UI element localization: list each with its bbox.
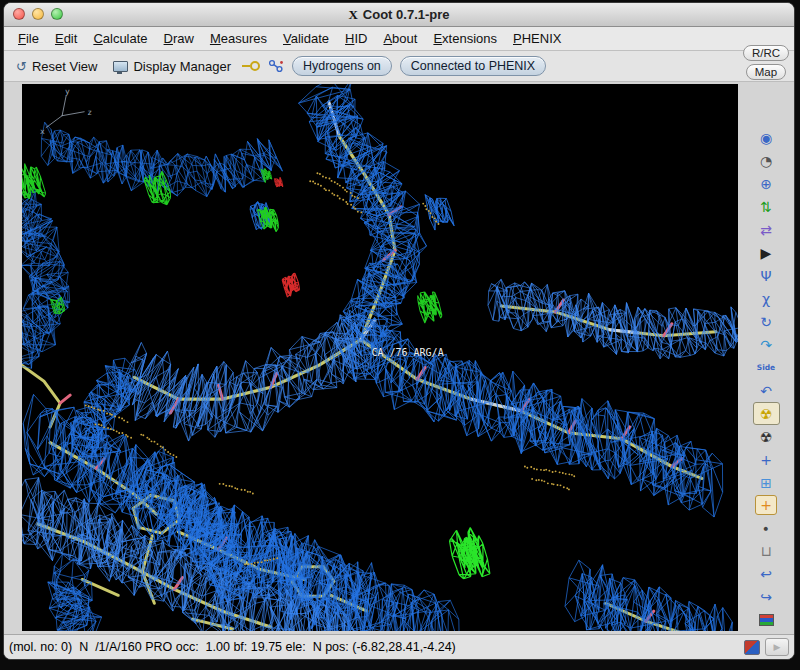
menu-item-measures[interactable]: Measures (202, 29, 275, 48)
play-icon: ▶ (774, 642, 781, 652)
rotamers-icon[interactable]: Ψ (753, 264, 780, 287)
gl-canvas[interactable]: zyx CA /76 ARG/A (22, 84, 738, 631)
menu-item-hid[interactable]: HID (337, 29, 375, 48)
close-button[interactable] (13, 8, 25, 20)
svg-text:x: x (40, 127, 45, 136)
window-controls (13, 8, 63, 20)
map-button[interactable]: Map (746, 64, 786, 80)
undo-icon[interactable]: ↩ (753, 562, 780, 585)
menubar: File Edit Calculate Draw Measures Valida… (4, 27, 794, 51)
hydrogens-toggle-button[interactable]: Hydrogens on (292, 56, 392, 76)
x11-icon: X (348, 8, 357, 21)
run-button[interactable]: ▶ (765, 638, 789, 656)
regularize-zone-icon[interactable]: ◔ (753, 149, 780, 172)
display-manager-button[interactable]: Display Manager (109, 57, 235, 76)
window-title: Coot 0.7.1-pre (363, 7, 450, 22)
reset-view-button[interactable]: ↺ Reset View (12, 57, 101, 76)
side-chain-flip-icon[interactable]: Side (753, 356, 780, 379)
pointer-atom-icon[interactable]: ∙ (753, 516, 780, 539)
add-terminal-residue-icon[interactable]: + (753, 448, 780, 471)
torsion-general-icon[interactable]: ↻ (753, 310, 780, 333)
go-to-atom-icon[interactable] (268, 59, 284, 74)
reset-view-label: Reset View (32, 59, 98, 74)
display-manager-label: Display Manager (133, 59, 231, 74)
titlebar[interactable]: X Coot 0.7.1-pre (4, 3, 794, 27)
menu-item-about[interactable]: About (375, 29, 425, 48)
model-toolbar-column: ◉ ◔ ⊕ ⇅ ⇄ (738, 82, 794, 634)
phenix-connection-button[interactable]: Connected to PHENIX (400, 56, 546, 76)
minimize-button[interactable] (32, 8, 44, 20)
display-manager-icon (113, 61, 128, 72)
menu-item-calculate[interactable]: Calculate (85, 29, 155, 48)
statusbar: (mol. no: 0) N /1/A/160 PRO occ: 1.00 bf… (4, 634, 794, 659)
run-refmac-icon[interactable] (753, 608, 780, 631)
place-atom-icon[interactable]: + (755, 495, 777, 515)
rrc-button[interactable]: R/RC (743, 45, 789, 61)
mutate-autofit-icon[interactable]: ☢ (753, 402, 780, 425)
model-toolbar: ◉ ◔ ⊕ ⇅ ⇄ (753, 126, 780, 631)
menu-item-file[interactable]: File (10, 29, 47, 48)
left-gutter (4, 82, 22, 634)
simple-mutate-icon[interactable]: ☢ (753, 425, 780, 448)
coot-window: X Coot 0.7.1-pre File Edit Calculate Dra… (3, 2, 795, 660)
menu-item-phenix[interactable]: PHENIX (505, 29, 569, 48)
status-text: (mol. no: 0) N /1/A/160 PRO occ: 1.00 bf… (9, 640, 456, 654)
reset-view-icon: ↺ (16, 60, 27, 73)
svg-text:y: y (65, 87, 70, 96)
zoom-button[interactable] (51, 8, 63, 20)
jed-flip-icon[interactable]: ↶ (753, 379, 780, 402)
rigid-body-fit-icon[interactable]: ⇅ (753, 195, 780, 218)
main-area: zyx CA /76 ARG/A ◉ ◔ ⊕ (4, 82, 794, 634)
menu-item-edit[interactable]: Edit (47, 29, 85, 48)
go-to-ligand-icon[interactable] (243, 61, 260, 71)
menu-item-draw[interactable]: Draw (156, 29, 202, 48)
auto-fit-rotamer-icon[interactable]: ▶ (753, 241, 780, 264)
svg-text:z: z (87, 108, 92, 117)
density-scene: zyx (22, 84, 738, 631)
map-control-pills: R/RC Map (743, 45, 789, 80)
flip-peptide-icon[interactable]: ↷ (753, 333, 780, 356)
delete-item-icon[interactable]: ⊔ (753, 539, 780, 562)
menu-item-extensions[interactable]: Extensions (425, 29, 505, 48)
script-icon[interactable] (744, 640, 760, 655)
rotate-translate-icon[interactable]: ⇄ (753, 218, 780, 241)
statusbar-controls: ▶ (744, 638, 789, 656)
real-space-refine-icon[interactable]: ◉ (753, 126, 780, 149)
main-toolbar: ↺ Reset View Display Manager Hydrogens o… (4, 51, 794, 82)
menu-item-validate[interactable]: Validate (275, 29, 337, 48)
edit-chi-angles-icon[interactable]: χ (753, 287, 780, 310)
add-alt-conf-icon[interactable]: ⊞ (753, 471, 780, 494)
fix-atoms-icon[interactable]: ⊕ (753, 172, 780, 195)
title-area: X Coot 0.7.1-pre (348, 7, 449, 22)
redo-icon[interactable]: ↪ (753, 585, 780, 608)
